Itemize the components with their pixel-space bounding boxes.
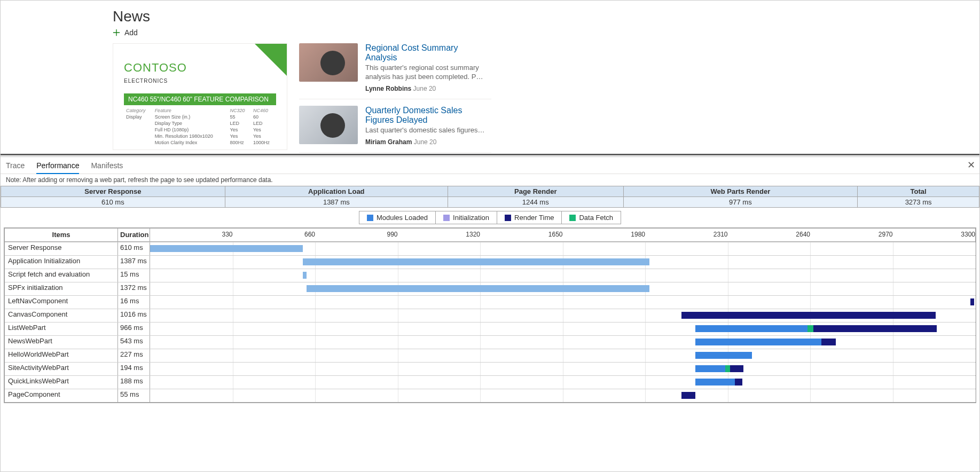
bar-rt <box>970 298 974 305</box>
item-name: ListWebPart <box>5 322 118 335</box>
item-bar-area <box>150 376 975 389</box>
legend-item: Render Time <box>497 211 562 224</box>
gantt-row: SiteActivityWebPart194 ms <box>5 362 975 375</box>
news-item[interactable]: Regional Cost Summary Analysis This quar… <box>299 43 491 99</box>
add-label: Add <box>124 28 138 37</box>
summary-header: Application Load <box>225 186 448 197</box>
close-icon[interactable]: ✕ <box>967 159 975 171</box>
page-title: News <box>113 8 979 25</box>
news-thumb <box>299 43 358 82</box>
item-duration: 966 ms <box>118 322 150 335</box>
bar-load <box>303 272 307 279</box>
bar-df <box>725 365 730 372</box>
item-duration: 15 ms <box>118 269 150 282</box>
feature-card[interactable]: CONTOSO ELECTRONICS NC460 55"/NC460 60" … <box>113 43 287 150</box>
item-bar-area <box>150 389 975 402</box>
bar-df <box>807 325 813 332</box>
item-name: HelloWorldWebPart <box>5 349 118 362</box>
item-duration: 194 ms <box>118 363 150 375</box>
gantt-row: HelloWorldWebPart227 ms <box>5 349 975 362</box>
item-duration: 543 ms <box>118 336 150 349</box>
news-item[interactable]: Quarterly Domestic Sales Figures Delayed… <box>299 106 491 153</box>
item-name: QuickLinksWebPart <box>5 376 118 389</box>
gantt-row: Script fetch and evaluation15 ms <box>5 269 975 282</box>
news-item-title: Regional Cost Summary Analysis <box>365 43 491 62</box>
plus-icon <box>113 29 120 36</box>
bar-rt <box>735 379 742 386</box>
legend-swatch <box>443 215 450 221</box>
news-item-desc: This quarter's regional cost summary ana… <box>365 64 491 82</box>
summary-header: Total <box>858 186 979 197</box>
item-duration: 188 ms <box>118 376 150 389</box>
gantt-row: Application Initialization1387 ms <box>5 255 975 269</box>
item-name: CanvasComponent <box>5 309 118 322</box>
corner-accent <box>255 44 287 76</box>
brand-sub: ELECTRONICS <box>124 78 276 84</box>
gantt-row: PageComponent55 ms <box>5 389 975 402</box>
gantt-row: QuickLinksWebPart188 ms <box>5 375 975 389</box>
tab-performance[interactable]: Performance <box>36 159 79 174</box>
gantt-row: LeftNavComponent16 ms <box>5 295 975 309</box>
summary-value: 1244 ms <box>448 197 623 208</box>
page-upper: News Add CONTOSO ELECTRONICS NC460 55"/N… <box>1 1 979 155</box>
bar-rt <box>821 339 836 345</box>
item-name: Application Initialization <box>5 256 118 269</box>
item-bar-area <box>150 322 975 335</box>
legend-item: Modules Loaded <box>359 211 436 224</box>
bar-load <box>150 245 303 252</box>
feature-title-bar: NC460 55"/NC460 60" FEATURE COMPARISON <box>124 93 276 105</box>
gantt-row: Server Response610 ms <box>5 242 975 255</box>
mini-table: CategoryFeatureNC320NC460 DisplayScreen … <box>124 107 276 146</box>
brand: CONTOSO <box>124 61 276 75</box>
legend-item: Initialization <box>436 211 497 224</box>
legend-swatch <box>367 215 373 221</box>
item-bar-area <box>150 363 975 375</box>
summary-table: Server ResponseApplication LoadPage Rend… <box>1 186 979 208</box>
summary-header: Server Response <box>1 186 225 197</box>
item-bar-area <box>150 256 975 269</box>
item-name: SPFx initialization <box>5 282 118 295</box>
tab-manifests[interactable]: Manifests <box>91 159 123 174</box>
item-bar-area <box>150 309 975 322</box>
add-button[interactable]: Add <box>113 28 979 37</box>
item-duration: 610 ms <box>118 242 150 255</box>
bar-rt <box>681 392 695 399</box>
gantt-row: NewsWebPart543 ms <box>5 335 975 349</box>
perf-note: Note: After adding or removing a web par… <box>1 174 979 186</box>
item-duration: 55 ms <box>118 389 150 402</box>
legend-swatch <box>569 215 576 221</box>
bar-ml <box>695 325 808 332</box>
item-name: LeftNavComponent <box>5 296 118 309</box>
bar-ml <box>695 352 752 359</box>
col-header-items: Items <box>5 229 118 241</box>
item-bar-area <box>150 282 975 295</box>
item-duration: 1372 ms <box>118 282 150 295</box>
item-duration: 227 ms <box>118 349 150 362</box>
legend-swatch <box>505 215 511 221</box>
tab-trace[interactable]: Trace <box>6 159 25 174</box>
bar-rt <box>813 325 937 332</box>
bar-ml <box>695 379 735 386</box>
bar-rt <box>681 312 936 319</box>
news-item-title: Quarterly Domestic Sales Figures Delayed <box>365 106 491 125</box>
perf-tabs: TracePerformanceManifests <box>1 157 979 174</box>
summary-value: 610 ms <box>1 197 225 208</box>
item-bar-area <box>150 242 975 255</box>
item-name: Script fetch and evaluation <box>5 269 118 282</box>
item-bar-area <box>150 269 975 282</box>
legend-item: Data Fetch <box>562 211 621 224</box>
item-name: SiteActivityWebPart <box>5 363 118 375</box>
bar-load <box>307 285 649 292</box>
perf-panel: ✕ TracePerformanceManifests Note: After … <box>1 156 979 471</box>
news-thumb <box>299 106 358 144</box>
bar-load <box>303 258 649 265</box>
summary-value: 3273 ms <box>858 197 979 208</box>
item-name: Server Response <box>5 242 118 255</box>
summary-value: 1387 ms <box>225 197 448 208</box>
bar-ml <box>695 339 821 345</box>
summary-value: 977 ms <box>623 197 858 208</box>
news-item-desc: Last quarter's domestic sales figures… <box>365 126 491 135</box>
item-bar-area <box>150 349 975 362</box>
bar-ml <box>695 365 725 372</box>
item-bar-area <box>150 296 975 309</box>
